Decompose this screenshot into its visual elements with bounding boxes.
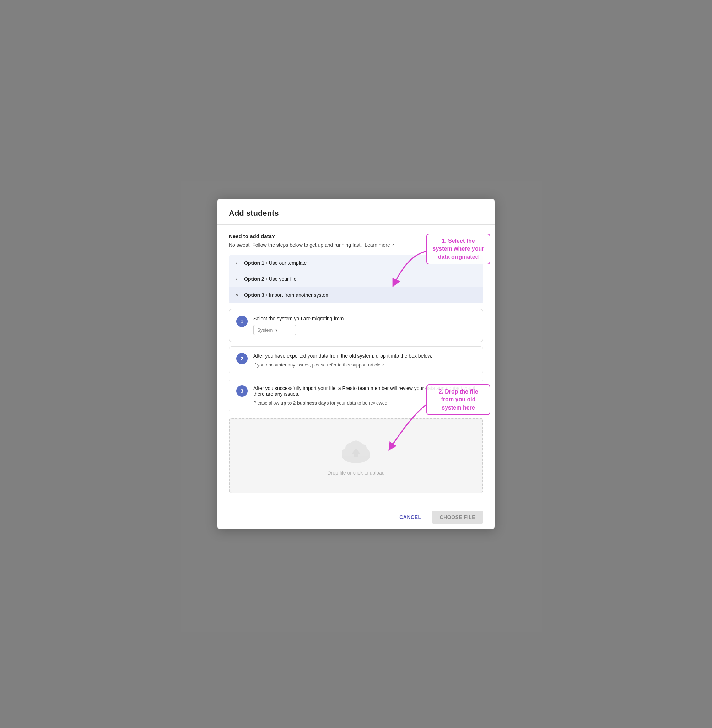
accordion-header-option3[interactable]: ∨ Option 3•Import from another system <box>229 287 483 303</box>
step-1-content: Select the system you are migrating from… <box>253 316 476 335</box>
svg-rect-5 <box>354 453 358 457</box>
system-dropdown-label: System <box>257 327 273 333</box>
drop-zone[interactable]: Drop file or click to upload <box>229 418 483 493</box>
cancel-button[interactable]: CANCEL <box>393 511 427 524</box>
accordion-header-option2[interactable]: › Option 2•Use your file <box>229 271 483 287</box>
step-2-sub-text: If you encounter any issues, please refe… <box>253 362 476 368</box>
upload-cloud-icon <box>338 436 374 464</box>
dropdown-arrow-icon: ▾ <box>275 328 277 333</box>
options-container: 1. Select the system where your data ori… <box>229 255 483 493</box>
option1-label: Option 1•Use our template <box>244 260 307 266</box>
modal-dialog: Add students Need to add data? No sweat!… <box>217 199 495 529</box>
callout-2: 2. Drop the file from you old system her… <box>426 384 490 415</box>
modal-body: Need to add data? No sweat! Follow the s… <box>217 225 495 505</box>
callout-1: 1. Select the system where your data ori… <box>426 233 490 264</box>
accordion-item-option2: › Option 2•Use your file <box>229 271 483 287</box>
learn-more-link[interactable]: Learn more <box>365 242 395 248</box>
modal-overlay: Add students Need to add data? No sweat!… <box>0 0 712 728</box>
choose-file-button[interactable]: CHOOSE FILE <box>432 511 483 524</box>
accordion-item-option3: ∨ Option 3•Import from another system <box>229 287 483 303</box>
option3-label: Option 3•Import from another system <box>244 292 330 298</box>
step-badge-1: 1 <box>236 316 248 327</box>
support-article-link[interactable]: this support article <box>343 362 385 368</box>
step-badge-3: 3 <box>236 385 248 397</box>
step-1-main-text: Select the system you are migrating from… <box>253 316 476 321</box>
step-2-content: After you have exported your data from t… <box>253 353 476 368</box>
modal-title: Add students <box>229 209 483 218</box>
chevron-icon-option2: › <box>236 276 241 282</box>
step-card-1: 1 Select the system you are migrating fr… <box>229 309 483 342</box>
step-card-2: 2 After you have exported your data from… <box>229 346 483 374</box>
step-badge-2: 2 <box>236 353 248 364</box>
drop-zone-text: Drop file or click to upload <box>327 470 384 475</box>
chevron-icon-option1: › <box>236 260 241 266</box>
modal-header: Add students <box>217 199 495 225</box>
modal-footer: CANCEL CHOOSE FILE <box>217 505 495 529</box>
step-2-main-text: After you have exported your data from t… <box>253 353 476 359</box>
system-dropdown[interactable]: System ▾ <box>253 325 296 335</box>
chevron-icon-option3: ∨ <box>236 293 241 297</box>
option2-label: Option 2•Use your file <box>244 276 297 282</box>
